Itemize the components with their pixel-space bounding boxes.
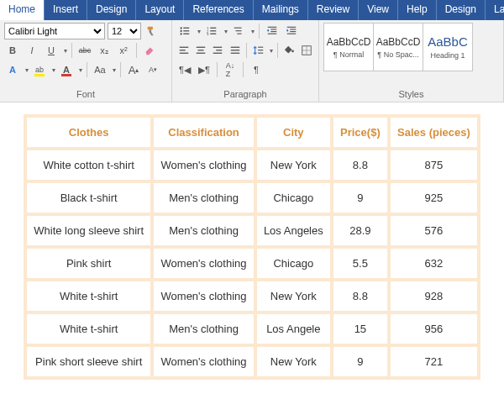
font-size-select[interactable]: 12	[108, 23, 141, 39]
table-cell[interactable]: 5.5	[332, 247, 389, 280]
table-cell[interactable]: 956	[389, 312, 479, 345]
table-cell[interactable]: White long sleeve shirt	[25, 214, 152, 247]
style-nospac[interactable]: AaBbCcD¶ No Spac...	[373, 23, 423, 71]
table-cell[interactable]: Pink shirt	[25, 247, 152, 280]
tab-layout[interactable]: Layout	[486, 0, 504, 20]
line-spacing-button[interactable]	[251, 42, 265, 59]
align-right-button[interactable]	[211, 42, 225, 59]
show-marks-button[interactable]: ¶	[248, 61, 265, 78]
increase-indent-button[interactable]	[283, 23, 300, 39]
table-cell[interactable]: Pink short sleeve shirt	[25, 345, 152, 378]
chevron-down-icon[interactable]: ▾	[25, 66, 29, 74]
bullets-button[interactable]	[176, 23, 193, 39]
table-cell[interactable]: 875	[389, 149, 479, 181]
table-cell[interactable]: Women's clothing	[152, 149, 255, 181]
ltr-button[interactable]: ¶◀	[176, 61, 193, 78]
justify-button[interactable]	[228, 42, 242, 59]
table-cell[interactable]: Los Angele	[255, 312, 332, 345]
table-cell[interactable]: 8.8	[332, 149, 389, 181]
table-cell[interactable]: Men's clothing	[152, 214, 255, 247]
data-table[interactable]: ClothesClassificationCityPrice($)Sales (…	[24, 114, 480, 380]
highlight-button[interactable]: ab	[31, 61, 48, 78]
tab-home[interactable]: Home	[0, 0, 45, 20]
chevron-down-icon[interactable]: ▾	[197, 28, 201, 35]
tab-references[interactable]: References	[184, 0, 253, 20]
table-row[interactable]: White t-shirtWomen's clothingNew York8.8…	[25, 280, 479, 312]
tab-insert[interactable]: Insert	[45, 0, 87, 20]
bold-button[interactable]: B	[4, 42, 21, 59]
rtl-button[interactable]: ▶¶	[196, 61, 213, 78]
table-cell[interactable]: Women's clothing	[152, 247, 255, 280]
table-row[interactable]: Pink short sleeve shirtWomen's clothingN…	[25, 345, 479, 378]
shading-button[interactable]	[282, 42, 297, 59]
style-normal[interactable]: AaBbCcD¶ Normal	[323, 23, 374, 71]
align-center-button[interactable]	[193, 42, 207, 59]
align-left-button[interactable]	[176, 42, 191, 59]
table-cell[interactable]: 925	[389, 181, 479, 214]
grow-font-button[interactable]: A▴	[125, 61, 142, 78]
chevron-down-icon[interactable]: ▾	[52, 66, 55, 74]
table-cell[interactable]: Men's clothing	[152, 181, 255, 214]
tab-mailings[interactable]: Mailings	[254, 0, 308, 20]
table-cell[interactable]: 8.8	[332, 280, 389, 312]
table-cell[interactable]: White cotton t-shirt	[25, 149, 152, 181]
table-cell[interactable]: 576	[389, 214, 479, 247]
format-painter-icon[interactable]	[144, 23, 160, 39]
sort-button[interactable]: A↓Z	[222, 61, 239, 78]
table-header[interactable]: Sales (pieces)	[389, 116, 479, 149]
table-cell[interactable]: Black t-shirt	[25, 181, 152, 214]
table-cell[interactable]: 28.9	[332, 214, 389, 247]
table-cell[interactable]: 9	[332, 345, 389, 378]
table-cell[interactable]: New York	[255, 149, 332, 181]
table-header[interactable]: Classification	[152, 116, 255, 149]
table-cell[interactable]: New York	[255, 345, 332, 378]
tab-help[interactable]: Help	[398, 0, 437, 20]
tab-design[interactable]: Design	[437, 0, 486, 20]
numbering-button[interactable]: 123	[203, 23, 220, 39]
table-header[interactable]: Clothes	[25, 116, 152, 149]
table-cell[interactable]: Los Angeles	[255, 214, 332, 247]
table-cell[interactable]: 721	[389, 345, 479, 378]
table-row[interactable]: Pink shirtWomen's clothingChicago5.5632	[25, 247, 479, 280]
table-header[interactable]: Price($)	[332, 116, 389, 149]
chevron-down-icon[interactable]: ▾	[79, 66, 82, 74]
font-color-button[interactable]: A	[58, 61, 75, 78]
table-cell[interactable]: 9	[332, 181, 389, 214]
eraser-icon[interactable]	[141, 42, 158, 59]
chevron-down-icon[interactable]: ▾	[64, 47, 67, 55]
tab-layout[interactable]: Layout	[136, 0, 184, 20]
style-heading1[interactable]: AaBbCHeading 1	[423, 23, 473, 71]
chevron-down-icon[interactable]: ▾	[251, 28, 255, 35]
table-cell[interactable]: Chicago	[255, 181, 332, 214]
superscript-button[interactable]: x²	[115, 42, 132, 59]
change-case-button[interactable]: Aa	[92, 61, 108, 78]
table-cell[interactable]: 632	[389, 247, 479, 280]
strike-button[interactable]: abc	[76, 42, 93, 59]
chevron-down-icon[interactable]: ▾	[113, 66, 116, 74]
borders-button[interactable]	[300, 42, 314, 59]
table-cell[interactable]: New York	[255, 280, 332, 312]
subscript-button[interactable]: x₂	[96, 42, 113, 59]
table-cell[interactable]: Women's clothing	[152, 280, 255, 312]
italic-button[interactable]: I	[24, 42, 40, 59]
table-row[interactable]: White t-shirtMen's clothingLos Angele159…	[25, 312, 479, 345]
decrease-indent-button[interactable]	[264, 23, 281, 39]
table-cell[interactable]: 928	[389, 280, 479, 312]
table-cell[interactable]: Men's clothing	[152, 312, 255, 345]
table-row[interactable]: Black t-shirtMen's clothingChicago9925	[25, 181, 479, 214]
tab-view[interactable]: View	[359, 0, 398, 20]
underline-button[interactable]: U	[43, 42, 60, 59]
document-area[interactable]: ClothesClassificationCityPrice($)Sales (…	[0, 102, 504, 391]
tab-review[interactable]: Review	[308, 0, 359, 20]
table-cell[interactable]: White t-shirt	[25, 312, 152, 345]
multilevel-list-button[interactable]	[230, 23, 247, 39]
table-header[interactable]: City	[255, 116, 332, 149]
text-effects-button[interactable]: A	[4, 61, 21, 78]
chevron-down-icon[interactable]: ▾	[224, 28, 228, 35]
table-row[interactable]: White cotton t-shirtWomen's clothingNew …	[25, 149, 479, 181]
table-cell[interactable]: White t-shirt	[25, 280, 152, 312]
table-cell[interactable]: 15	[332, 312, 389, 345]
chevron-down-icon[interactable]: ▾	[270, 47, 273, 55]
table-cell[interactable]: Chicago	[255, 247, 332, 280]
font-name-select[interactable]: Calibri Light	[4, 23, 105, 39]
